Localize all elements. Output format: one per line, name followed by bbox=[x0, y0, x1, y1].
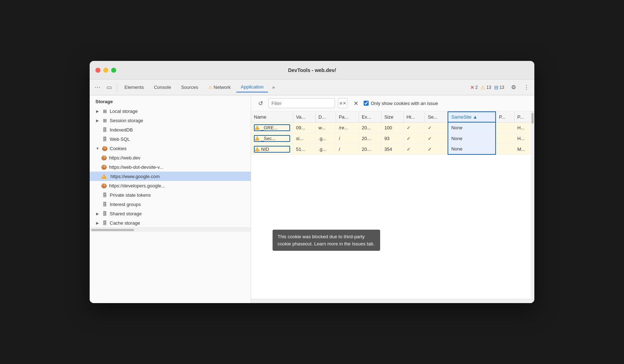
table-container: Name Va... D... Pa... Ex... Size Ht... S… bbox=[251, 111, 534, 299]
cookie-icon-devgoogle: 🍪 bbox=[101, 183, 107, 188]
sidebar-section-title: Storage bbox=[90, 95, 251, 106]
db-icon-shared: 🗄 bbox=[102, 211, 108, 216]
td-samesite-3: None bbox=[448, 144, 496, 154]
content-bottom-scroll bbox=[251, 299, 534, 303]
clear-all-button[interactable]: ✕ bbox=[351, 98, 361, 108]
warning-icon: ⚠ bbox=[481, 85, 485, 90]
td-name-3: NID bbox=[251, 144, 293, 154]
td-samesite-1: None bbox=[448, 122, 496, 133]
th-expires[interactable]: Ex... bbox=[359, 112, 381, 122]
tab-console[interactable]: Console bbox=[150, 82, 175, 92]
td-value-2: si... bbox=[293, 133, 316, 144]
device-icon[interactable]: ▭ bbox=[104, 82, 114, 92]
sidebar-item-cookie-webdev[interactable]: 🍪 https://web.dev bbox=[90, 153, 251, 162]
sidebar-item-cookie-webdotdevsite[interactable]: 🍪 https://web-dot-devsite-v... bbox=[90, 162, 251, 172]
cookies-table: Name Va... D... Pa... Ex... Size Ht... S… bbox=[251, 111, 534, 155]
td-domain-2: .g... bbox=[316, 133, 336, 144]
sidebar-item-shared-storage[interactable]: 🗄 Shared storage bbox=[90, 209, 251, 218]
refresh-button[interactable]: ↺ bbox=[255, 98, 265, 108]
sidebar-item-indexeddb[interactable]: 🗄 IndexedDB bbox=[90, 125, 251, 134]
cookie-tooltip: This cookie was blocked due to third-par… bbox=[273, 230, 380, 251]
td-httponly-1: ✓ bbox=[403, 122, 425, 133]
clear-filter-button[interactable]: ≡ ✕ bbox=[338, 98, 348, 108]
tab-network[interactable]: ⚠ Network bbox=[204, 82, 235, 92]
maximize-button[interactable] bbox=[111, 68, 116, 73]
tab-sources[interactable]: Sources bbox=[177, 82, 203, 92]
td-secure-2: ✓ bbox=[425, 133, 448, 144]
td-secure-3: ✓ bbox=[425, 144, 448, 154]
sidebar-item-cookie-devgoogle[interactable]: 🍪 https://developers.google... bbox=[90, 181, 251, 190]
sidebar-item-cookies[interactable]: 🍪 Cookies bbox=[90, 144, 251, 153]
db-icon-interest: 🗄 bbox=[102, 201, 108, 207]
sidebar-scroll bbox=[90, 227, 251, 232]
sidebar-scroll-thumb[interactable] bbox=[91, 229, 134, 231]
cursor-icon[interactable]: ⋯ bbox=[93, 82, 103, 92]
cookie-icon-webdev: 🍪 bbox=[101, 155, 107, 161]
scrollbar-thumb[interactable] bbox=[531, 113, 534, 124]
th-name[interactable]: Name bbox=[251, 112, 293, 122]
td-httponly-3: ✓ bbox=[403, 144, 425, 154]
error-badge: ✕ 2 bbox=[470, 85, 478, 90]
cookie-icon-webdotdevsite: 🍪 bbox=[101, 164, 107, 170]
info-icon: ⊟ bbox=[494, 85, 498, 90]
expand-arrow-session bbox=[95, 118, 100, 123]
devtools-window: DevTools - web.dev/ ⋯ ▭ Elements Console… bbox=[90, 61, 534, 303]
td-size-1: 100 bbox=[381, 122, 403, 133]
th-path[interactable]: Pa... bbox=[336, 112, 359, 122]
info-badge: ⊟ 13 bbox=[494, 85, 504, 90]
td-size-2: 93 bbox=[381, 133, 403, 144]
expand-arrow-shared bbox=[95, 211, 100, 216]
title-bar: DevTools - web.dev/ bbox=[90, 61, 534, 80]
td-p1-2 bbox=[496, 133, 514, 144]
td-expires-3: 20... bbox=[359, 144, 381, 154]
issue-filter-checkbox[interactable] bbox=[364, 101, 369, 106]
td-value-3: 51... bbox=[293, 144, 316, 154]
table-row: _GRE... 09... w... /re... 20... 100 ✓ ✓ … bbox=[251, 122, 534, 133]
th-httponly[interactable]: Ht... bbox=[403, 112, 425, 122]
sidebar-item-cache-storage[interactable]: 🗄 Cache storage bbox=[90, 218, 251, 227]
th-samesite[interactable]: SameSite ▲ bbox=[448, 112, 496, 122]
tab-more[interactable]: » bbox=[269, 82, 278, 92]
sidebar-item-websql[interactable]: 🗄 Web SQL bbox=[90, 134, 251, 144]
db-icon-private: 🗄 bbox=[102, 192, 108, 198]
warning-badge: ⚠ 13 bbox=[481, 85, 491, 90]
td-p1-3 bbox=[496, 144, 514, 154]
td-domain-1: w... bbox=[316, 122, 336, 133]
expand-arrow-cookies bbox=[95, 146, 100, 150]
close-button[interactable] bbox=[95, 68, 100, 73]
tab-tools: ⚙ ⋮ bbox=[509, 82, 531, 92]
th-p1[interactable]: P... bbox=[496, 112, 514, 122]
expand-arrow-local bbox=[95, 109, 100, 113]
tab-elements[interactable]: Elements bbox=[120, 82, 148, 92]
vertical-scrollbar[interactable] bbox=[531, 111, 534, 299]
th-secure[interactable]: Se... bbox=[425, 112, 448, 122]
sidebar-item-session-storage[interactable]: ⊞ Session storage bbox=[90, 116, 251, 125]
main-content: Storage ⊞ Local storage ⊞ Session storag… bbox=[90, 95, 534, 303]
sidebar-item-private-state[interactable]: 🗄 Private state tokens bbox=[90, 190, 251, 200]
tab-badges: ✕ 2 ⚠ 13 ⊟ 13 bbox=[470, 85, 504, 90]
more-icon[interactable]: ⋮ bbox=[521, 82, 531, 92]
th-domain[interactable]: D... bbox=[316, 112, 336, 122]
grid-icon: ⊞ bbox=[102, 108, 108, 114]
th-size[interactable]: Size bbox=[381, 112, 403, 122]
td-path-2: / bbox=[336, 133, 359, 144]
sidebar-item-cookie-google[interactable]: ! https://www.google.com bbox=[90, 172, 251, 181]
sidebar-item-interest[interactable]: 🗄 Interest groups bbox=[90, 200, 251, 209]
td-httponly-2: ✓ bbox=[403, 133, 425, 144]
minimize-button[interactable] bbox=[103, 68, 108, 73]
issue-filter-group: Only show cookies with an issue bbox=[364, 101, 438, 106]
cookie-icon: 🍪 bbox=[102, 145, 108, 151]
filter-lines-icon: ≡ bbox=[340, 101, 342, 106]
th-value[interactable]: Va... bbox=[293, 112, 316, 122]
settings-icon[interactable]: ⚙ bbox=[509, 82, 519, 92]
sidebar-item-local-storage[interactable]: ⊞ Local storage bbox=[90, 106, 251, 116]
traffic-lights bbox=[95, 68, 116, 73]
devtools-tabs: ⋯ ▭ Elements Console Sources ⚠ Network A… bbox=[90, 80, 534, 95]
tab-application[interactable]: Application bbox=[236, 82, 268, 92]
cookie-warn-icon: ! bbox=[101, 173, 107, 179]
td-name-1: _GRE... bbox=[251, 122, 293, 133]
db-icon-indexed: 🗄 bbox=[102, 127, 108, 133]
td-expires-1: 20... bbox=[359, 122, 381, 133]
filter-input[interactable] bbox=[268, 98, 335, 108]
warn-icon-row2 bbox=[255, 136, 260, 140]
